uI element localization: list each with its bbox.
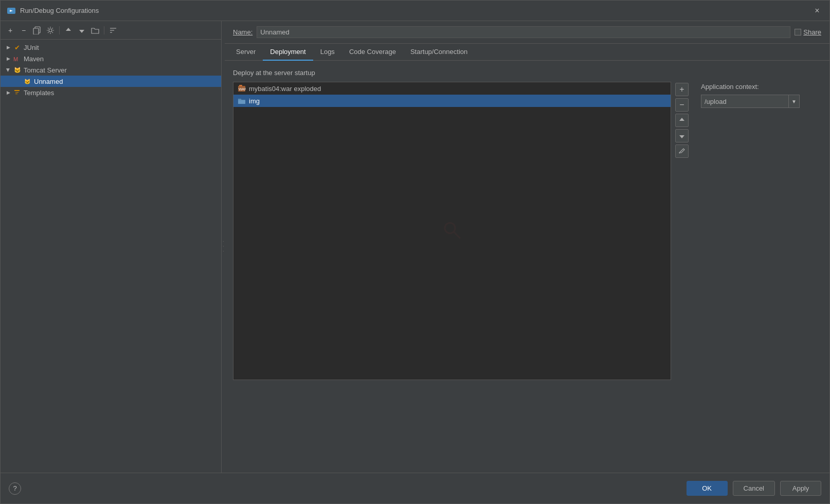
tree-label-maven: Maven (24, 55, 44, 63)
tree-label-tomcat: Tomcat Server (24, 66, 67, 74)
settings-button[interactable] (45, 25, 56, 36)
cancel-button[interactable]: Cancel (733, 481, 775, 496)
run-debug-dialog: Run/Debug Configurations × + − (0, 0, 830, 504)
deploy-item-war-label: mybatis04:war exploded (249, 85, 321, 93)
deploy-list: WAR mybatis04:war exploded (233, 82, 671, 380)
tree-label-junit: JUnit (24, 44, 39, 51)
bottom-bar: ? OK Cancel Apply (1, 473, 829, 503)
tree-arrow-tomcat: ▶ (5, 66, 12, 74)
tree-arrow-maven: ▶ (5, 55, 12, 62)
tab-deployment[interactable]: Deployment (263, 44, 313, 61)
config-tree: ▶ ✔ JUnit ▶ M Maven ▶ (1, 40, 221, 473)
move-to-folder-button[interactable] (89, 25, 101, 36)
svg-text:🐱: 🐱 (14, 66, 21, 74)
deploy-item-img[interactable]: img (233, 95, 671, 107)
remove-deploy-button[interactable]: − (675, 98, 689, 112)
tree-item-templates[interactable]: ▶ Templates (1, 87, 221, 98)
right-panel: Name: Share Server Deployment Logs Code … (225, 21, 829, 473)
copy-config-button[interactable] (31, 25, 43, 36)
deploy-section-label: Deploy at the server startup (233, 69, 821, 77)
dialog-title: Run/Debug Configurations (20, 7, 811, 14)
add-deploy-button[interactable]: + (675, 83, 689, 96)
tab-server[interactable]: Server (229, 44, 263, 61)
remove-config-button[interactable]: − (18, 25, 29, 36)
tree-label-unnamed: Unnamed (34, 78, 63, 85)
deploy-list-container: WAR mybatis04:war exploded (233, 82, 671, 380)
folder-icon (238, 97, 246, 105)
app-context-input[interactable] (701, 95, 788, 108)
svg-point-4 (49, 29, 52, 32)
svg-text:🐱: 🐱 (24, 78, 31, 85)
deploy-item-img-label: img (249, 97, 260, 105)
deploy-item-war[interactable]: WAR mybatis04:war exploded (233, 82, 671, 95)
templates-icon (13, 88, 21, 97)
tree-arrow-junit: ▶ (5, 44, 12, 51)
share-area: Share (795, 28, 821, 36)
name-label: Name: (233, 28, 252, 36)
tab-coverage[interactable]: Code Coverage (342, 44, 403, 61)
move-deploy-down-button[interactable] (675, 129, 689, 142)
tree-item-unnamed[interactable]: ▶ 🐱 Unnamed (1, 76, 221, 87)
tomcat-icon: 🐱 (13, 66, 21, 74)
name-row: Name: Share (225, 21, 829, 44)
main-content: + − (1, 21, 829, 473)
tree-item-maven[interactable]: ▶ M Maven (1, 53, 221, 64)
close-button[interactable]: × (811, 5, 823, 17)
toolbar-separator-2 (104, 26, 104, 34)
deployment-tab-content: Deploy at the server startup WAR (225, 61, 829, 473)
help-button[interactable]: ? (9, 482, 21, 495)
apply-button[interactable]: Apply (780, 481, 821, 496)
svg-text:WAR: WAR (239, 87, 246, 91)
left-panel: + − (1, 21, 222, 473)
svg-rect-14 (239, 85, 242, 86)
move-up-button[interactable] (63, 25, 74, 36)
tab-logs[interactable]: Logs (313, 44, 342, 61)
tree-label-templates: Templates (24, 89, 54, 97)
svg-text:M: M (13, 56, 18, 62)
name-input[interactable] (257, 26, 790, 38)
share-checkbox[interactable] (795, 29, 801, 35)
move-deploy-up-button[interactable] (675, 114, 689, 127)
app-context-dropdown-button[interactable]: ▼ (788, 95, 800, 108)
share-label: Share (803, 28, 821, 36)
artifact-icon: WAR (238, 84, 246, 93)
svg-line-17 (454, 232, 460, 239)
title-bar: Run/Debug Configurations × (1, 1, 829, 21)
sort-button[interactable] (107, 25, 119, 36)
tabs-bar: Server Deployment Logs Code Coverage Sta… (225, 44, 829, 61)
add-config-button[interactable]: + (5, 25, 16, 36)
tree-toolbar: + − (1, 21, 221, 40)
deploy-area: WAR mybatis04:war exploded (233, 82, 821, 380)
ok-button[interactable]: OK (687, 481, 728, 496)
unnamed-icon: 🐱 (23, 77, 31, 85)
toolbar-separator-1 (59, 26, 60, 34)
app-context-select: ▼ (701, 95, 821, 108)
move-down-button[interactable] (76, 25, 87, 36)
junit-icon: ✔ (13, 43, 21, 51)
search-overlay (442, 220, 462, 242)
svg-rect-3 (33, 28, 39, 34)
edit-deploy-button[interactable] (675, 145, 689, 158)
dialog-icon (7, 6, 16, 15)
tree-arrow-templates: ▶ (5, 89, 12, 96)
tree-item-junit[interactable]: ▶ ✔ JUnit (1, 42, 221, 53)
tab-startup[interactable]: Startup/Connection (403, 44, 475, 61)
app-context-label: Application context: (701, 83, 821, 91)
maven-icon: M (13, 55, 21, 63)
deploy-side-buttons: + − (675, 82, 689, 380)
app-context-area: Application context: ▼ (693, 82, 821, 380)
tree-item-tomcat[interactable]: ▶ 🐱 Tomcat Server (1, 64, 221, 76)
